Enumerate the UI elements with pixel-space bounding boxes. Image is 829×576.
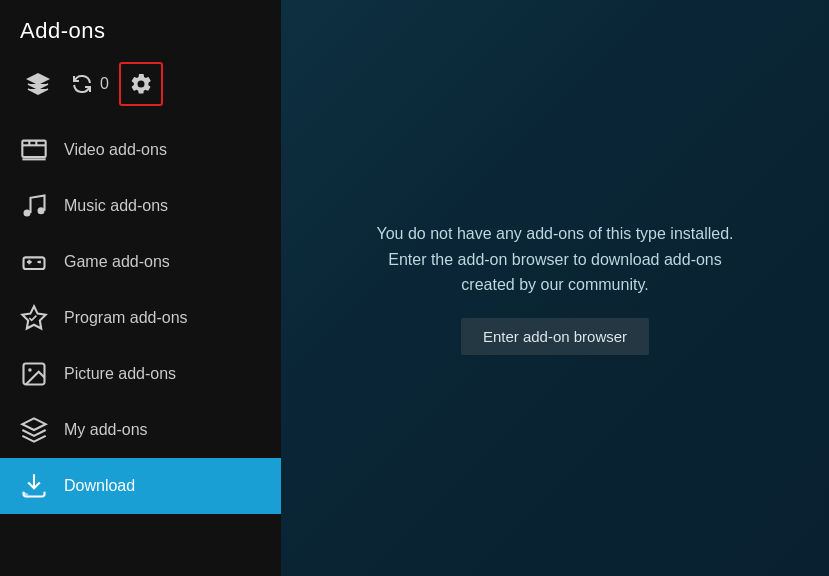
video-icon [20, 136, 48, 164]
sidebar-item-game[interactable]: Game add-ons [0, 234, 281, 290]
nav-menu: Video add-ons Music add-ons Game add-ons [0, 122, 281, 576]
music-addons-label: Music add-ons [64, 197, 168, 215]
update-control[interactable]: 0 [70, 72, 109, 96]
program-addons-label: Program add-ons [64, 309, 188, 327]
sidebar: Add-ons 0 [0, 0, 281, 576]
sidebar-item-video[interactable]: Video add-ons [0, 122, 281, 178]
no-addons-message: You do not have any add-ons of this type… [365, 221, 745, 298]
sidebar-item-picture[interactable]: Picture add-ons [0, 346, 281, 402]
sidebar-item-program[interactable]: Program add-ons [0, 290, 281, 346]
sidebar-item-myaddon[interactable]: My add-ons [0, 402, 281, 458]
sidebar-item-download[interactable]: Download [0, 458, 281, 514]
music-icon [20, 192, 48, 220]
gear-icon [129, 72, 153, 96]
box-icon [26, 72, 50, 96]
enter-browser-button[interactable]: Enter add-on browser [461, 318, 649, 355]
svg-point-8 [28, 368, 32, 372]
settings-button[interactable] [119, 62, 163, 106]
refresh-icon [70, 72, 94, 96]
main-message-container: You do not have any add-ons of this type… [345, 201, 765, 375]
myaddon-icon [20, 416, 48, 444]
game-icon [20, 248, 48, 276]
addons-icon[interactable] [16, 62, 60, 106]
program-icon [20, 304, 48, 332]
download-label: Download [64, 477, 135, 495]
sidebar-item-music[interactable]: Music add-ons [0, 178, 281, 234]
download-icon [20, 472, 48, 500]
update-count: 0 [100, 75, 109, 93]
picture-icon [20, 360, 48, 388]
picture-addons-label: Picture add-ons [64, 365, 176, 383]
svg-point-6 [38, 207, 45, 214]
svg-rect-0 [22, 141, 45, 157]
my-addons-label: My add-ons [64, 421, 148, 439]
toolbar: 0 [0, 54, 281, 122]
page-title: Add-ons [0, 0, 281, 54]
video-addons-label: Video add-ons [64, 141, 167, 159]
game-addons-label: Game add-ons [64, 253, 170, 271]
svg-point-5 [24, 210, 31, 217]
main-panel: You do not have any add-ons of this type… [281, 0, 829, 576]
